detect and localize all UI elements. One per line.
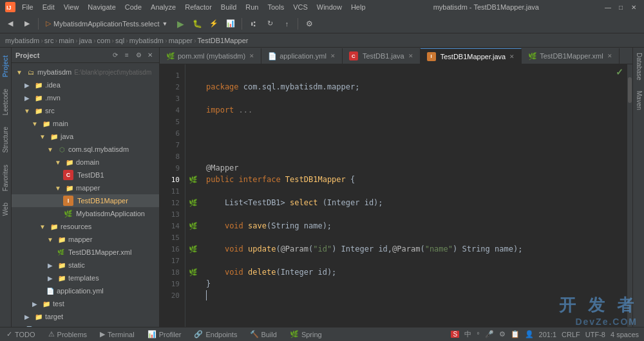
tab-testdb1mapper-java[interactable]: I TestDB1Mapper.java ✕ [421,48,522,64]
list-item[interactable]: 🌿 TestDB1Mapper.xml [12,246,159,259]
tab-testdb1mapper-xml[interactable]: 🌿 TestDB1Mapper.xml ✕ [522,48,619,64]
list-item[interactable]: ▼ 📁 domain [12,156,159,169]
close-button[interactable]: ✕ [629,2,639,12]
tab-endpoints[interactable]: 🔗 Endpoints [187,327,243,342]
toolbar-separator [38,18,39,30]
menu-edit[interactable]: Edit [39,2,59,12]
minimize-button[interactable]: — [603,2,613,12]
list-item[interactable]: ▶ 📁 .mvn [12,91,159,104]
list-item[interactable]: 🌿 MybatisdmApplication [12,207,159,220]
breadcrumb-item[interactable]: com [97,37,111,44]
list-item[interactable]: ▶ 📁 target [12,310,159,323]
code-content[interactable]: package com.sql.mybatisdm.mapper; import… [201,64,632,327]
list-item[interactable]: ▶ 📁 static [12,259,159,272]
list-item[interactable]: ▶ 📁 templates [12,272,159,284]
tab-spring[interactable]: 🌿 Spring [283,327,328,342]
close-tree-icon[interactable]: ✕ [145,50,155,60]
list-item[interactable]: I TestDB1Mapper [12,194,159,207]
run-button[interactable]: ▶ [173,16,188,32]
list-item[interactable]: ▼ 📁 mapper [12,233,159,246]
code-line [201,151,632,162]
breadcrumb-item[interactable]: java [79,37,92,44]
list-item[interactable]: ▼ 📁 main [12,117,159,130]
tab-build[interactable]: 🔨 Build [243,327,283,342]
list-item[interactable]: ▼ 📁 mapper [12,181,159,194]
maximize-button[interactable]: □ [616,2,626,12]
sync-icon[interactable]: ⟳ [110,50,120,60]
list-item[interactable]: ▶ 📁 .idea [12,78,159,91]
tab-terminal[interactable]: ▶ Terminal [93,327,141,342]
left-panel-favorites[interactable]: Favorites [1,160,10,196]
collapse-icon[interactable]: ≡ [122,50,132,60]
list-item[interactable]: ▼ ⬡ com.sql.mybatisdm [12,143,159,156]
left-panel-web[interactable]: Web [1,198,10,221]
tab-testdb1-java[interactable]: C TestDB1.java ✕ [343,48,421,64]
settings-button[interactable]: ⚙ [301,16,317,32]
close-tab-icon[interactable]: ✕ [607,53,612,59]
close-tab-icon[interactable]: ✕ [509,53,515,60]
coverage-button[interactable]: ⚡ [206,16,222,32]
run-config-name[interactable]: MybatisdmApplicationTests.select [53,20,159,28]
close-tab-icon[interactable]: ✕ [249,53,254,59]
menu-analyze[interactable]: Analyze [147,2,180,12]
breadcrumb-item[interactable]: mapper [169,37,193,44]
update-button[interactable]: ↻ [262,16,278,32]
breadcrumb-item[interactable]: src [44,37,54,44]
menu-build[interactable]: Build [217,2,240,12]
breadcrumb-item[interactable]: mybatisdm [5,37,39,44]
breadcrumb-item[interactable]: main [59,37,74,44]
left-panel-leetcode[interactable]: Leetcode [1,84,10,120]
statusbar-indent: 4 spaces [611,331,639,338]
menu-file[interactable]: File [18,2,37,12]
menu-code[interactable]: Code [121,2,146,12]
code-editor[interactable]: 1 2 3 4 5 6 7 8 9 10 11 12 13 14 15 16 1 [160,64,632,327]
tab-application-yml[interactable]: 📄 application.yml ✕ [261,48,343,64]
right-panel-maven[interactable]: Maven [633,86,644,115]
list-item[interactable]: C TestDB1 [12,169,159,181]
list-item[interactable]: ▼ 📁 resources [12,220,159,233]
forward-button[interactable]: ▶ [19,16,35,32]
menu-window[interactable]: Window [313,2,346,12]
list-item[interactable]: ▼ 📁 java [12,130,159,143]
list-item[interactable]: 📄 .gitignore [12,323,159,327]
ime-indicator[interactable]: S [451,331,459,338]
debug-button[interactable]: 🐛 [189,16,205,32]
breadcrumb-item[interactable]: sql [115,37,124,44]
close-tab-icon[interactable]: ✕ [330,53,336,59]
tab-todo[interactable]: ✓ TODO [0,327,42,342]
run-config-selector[interactable]: ▷ MybatisdmApplicationTests.select ▼ [42,16,171,32]
menu-navigate[interactable]: Navigate [84,2,119,12]
menu-view[interactable]: View [60,2,83,12]
list-item[interactable]: ▶ 📁 test [12,297,159,310]
menu-tools[interactable]: Tools [263,2,288,12]
menu-help[interactable]: Help [347,2,370,12]
menu-refactor[interactable]: Refactor [181,2,216,12]
list-item[interactable]: ▼ 📁 src [12,104,159,117]
tab-label: TestDB1Mapper.java [440,53,506,60]
tab-problems[interactable]: ⚠ Problems [42,327,93,342]
close-tab-icon[interactable]: ✕ [408,53,413,59]
scrollbar-track[interactable] [627,64,632,327]
breadcrumb-active-item[interactable]: TestDB1Mapper [198,37,249,44]
vcs-button[interactable]: ⑆ [245,16,261,32]
push-button[interactable]: ↑ [279,16,294,32]
settings-tree-icon[interactable]: ⚙ [133,50,144,60]
list-item[interactable]: 📄 application.yml [12,284,159,297]
left-panel-project[interactable]: Project [1,50,10,82]
right-side-panel: Database Maven [632,48,644,327]
left-panel-structure[interactable]: Structure [1,122,10,158]
java-interface-icon: I [63,196,73,206]
code-line: void save(String name); [201,220,632,232]
scrollbar-thumb[interactable] [628,77,632,103]
ime-mode[interactable]: 中 [464,329,471,339]
list-item[interactable]: ▼ 🗂 mybatisdm E:\blank\project\mybatisdm [12,66,159,78]
tab-pom-xml[interactable]: 🌿 pom.xml (mybatisdm) ✕ [160,48,261,64]
breadcrumb-item[interactable]: mybatisdm [129,37,164,44]
profile-button[interactable]: 📊 [223,16,238,32]
right-panel-database[interactable]: Database [633,48,644,86]
yml-icon: 📄 [45,286,55,296]
back-button[interactable]: ◀ [3,16,18,32]
tab-profiler[interactable]: 📊 Profiler [141,327,188,342]
menu-run[interactable]: Run [242,2,262,12]
menu-vcs[interactable]: VCS [289,2,312,12]
